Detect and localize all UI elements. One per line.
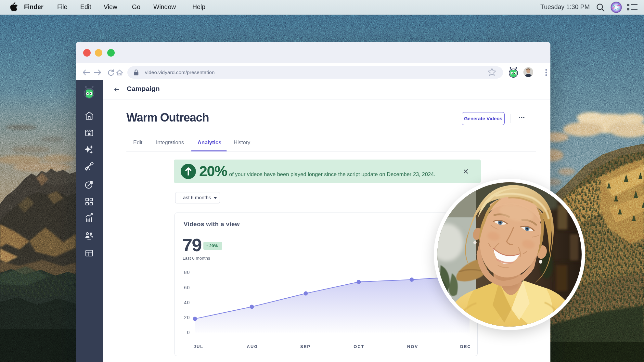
svg-text:DEC: DEC	[460, 344, 471, 349]
svg-text:AUG: AUG	[247, 344, 258, 349]
svg-text:0: 0	[187, 330, 190, 335]
svg-text:20: 20	[184, 315, 190, 320]
svg-text:SEP: SEP	[300, 344, 311, 349]
svg-text:40: 40	[184, 300, 190, 305]
svg-text:JUL: JUL	[194, 344, 204, 349]
svg-text:NOV: NOV	[407, 344, 418, 349]
svg-text:60: 60	[184, 285, 190, 290]
svg-text:80: 80	[184, 270, 190, 275]
svg-text:OCT: OCT	[354, 344, 364, 349]
